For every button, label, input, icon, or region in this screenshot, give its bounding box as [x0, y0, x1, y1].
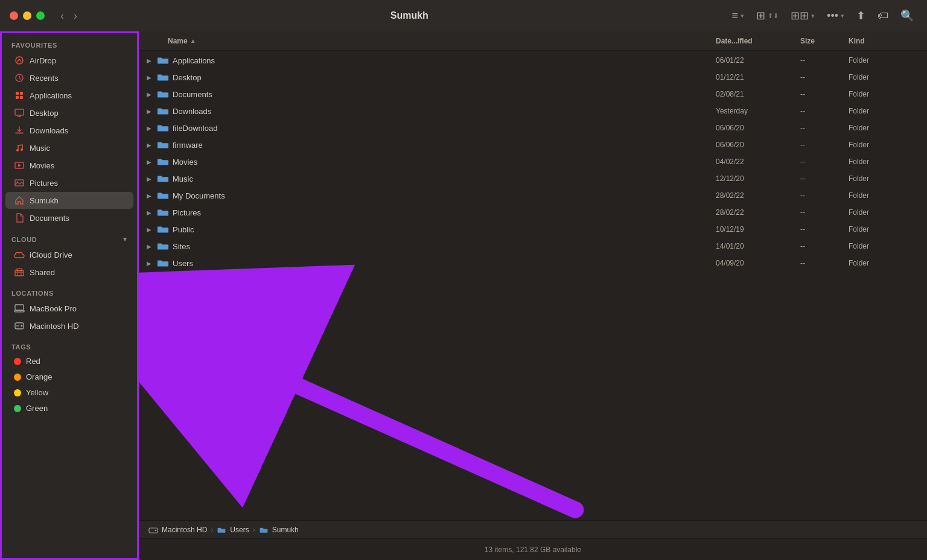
sidebar-item-red[interactable]: Red — [5, 354, 133, 369]
expand-button[interactable]: ▶ — [145, 158, 153, 166]
sidebar: Favourites AirDrop Recents — [0, 31, 139, 560]
breadcrumb-sumukh[interactable]: Sumukh — [259, 526, 299, 534]
file-name-cell: ▶ Downloads — [145, 106, 716, 116]
table-row[interactable]: ▶ Desktop 01/12/21 -- Folder — [139, 69, 927, 86]
file-name-cell: ▶ fileDownload — [145, 123, 716, 133]
sidebar-yellow-label: Yellow — [26, 388, 48, 397]
file-kind: Folder — [849, 124, 921, 132]
share-button[interactable]: ⬆ — [853, 7, 869, 25]
minimize-button[interactable] — [23, 11, 31, 20]
col-header-kind[interactable]: Kind — [849, 37, 921, 45]
expand-button[interactable]: ▶ — [145, 56, 153, 65]
svg-rect-3 — [20, 92, 23, 95]
sidebar-item-macbook[interactable]: MacBook Pro — [5, 300, 133, 317]
sidebar-item-icloud[interactable]: iCloud Drive — [5, 246, 133, 263]
table-row[interactable]: ▶ Downloads Yesterday -- Folder — [139, 103, 927, 119]
folder-icon — [157, 208, 169, 217]
window-title: Sumukh — [91, 10, 728, 21]
sidebar-item-music[interactable]: Music — [5, 139, 133, 156]
expand-button[interactable]: ▶ — [145, 259, 153, 267]
list-view-button[interactable]: ≡ ▾ — [728, 7, 748, 25]
file-size: -- — [800, 191, 849, 200]
section-locations: Locations — [2, 281, 137, 299]
titlebar: ‹ › Sumukh ≡ ▾ ⊞ ⬆⬇ ⊞⊞ ▾ ••• ▾ ⬆ 🏷 🔍 — [0, 0, 927, 31]
table-row[interactable]: ▶ Music 12/12/20 -- Folder — [139, 170, 927, 187]
icloud-icon — [14, 249, 25, 260]
file-name-cell: ▶ Pictures — [145, 208, 716, 217]
sidebar-item-documents[interactable]: Documents — [5, 209, 133, 226]
green-tag-dot — [14, 405, 21, 412]
sidebar-item-airdrop[interactable]: AirDrop — [5, 52, 133, 69]
table-row[interactable]: ▶ firmware 06/06/20 -- Folder — [139, 136, 927, 153]
folder-icon — [157, 191, 169, 200]
table-row[interactable]: ▶ Sites 14/01/20 -- Folder — [139, 238, 927, 255]
tag-button[interactable]: 🏷 — [874, 7, 892, 25]
nav-buttons: ‹ › — [57, 8, 81, 24]
sidebar-macintosh-label: Macintosh HD — [30, 322, 79, 331]
file-name-text: Movies — [173, 158, 197, 167]
back-button[interactable]: ‹ — [57, 8, 68, 24]
section-tags: Tags — [2, 335, 137, 353]
sidebar-item-yellow[interactable]: Yellow — [5, 385, 133, 400]
grid-view-button[interactable]: ⊞⊞ ▾ — [787, 7, 818, 25]
sidebar-item-sumukh[interactable]: Sumukh — [5, 192, 133, 209]
col-header-size[interactable]: Size — [800, 37, 849, 45]
table-row[interactable]: ▶ Movies 04/02/22 -- Folder — [139, 153, 927, 170]
expand-button[interactable]: ▶ — [145, 208, 153, 217]
table-row[interactable]: ▶ Pictures 28/02/22 -- Folder — [139, 204, 927, 221]
col-header-name[interactable]: Name ▲ — [145, 37, 716, 45]
col-header-date[interactable]: Date...ified — [716, 37, 800, 45]
disk-icon — [14, 320, 25, 331]
forward-button[interactable]: › — [70, 8, 81, 24]
sidebar-item-movies[interactable]: Movies — [5, 157, 133, 174]
sidebar-item-orange[interactable]: Orange — [5, 369, 133, 384]
close-button[interactable] — [10, 11, 18, 20]
sidebar-item-applications[interactable]: Applications — [5, 87, 133, 104]
table-row[interactable]: ▶ My Documents 28/02/22 -- Folder — [139, 187, 927, 204]
maximize-button[interactable] — [36, 11, 45, 20]
sidebar-item-shared[interactable]: Shared — [5, 264, 133, 281]
folder-icon — [157, 174, 169, 183]
svg-point-11 — [21, 148, 23, 151]
empty-row — [139, 272, 927, 288]
file-name-text: Users — [173, 259, 193, 268]
breadcrumb-macintosh[interactable]: Macintosh HD — [148, 526, 207, 534]
actions-button[interactable]: ••• ▾ — [823, 7, 848, 25]
expand-button[interactable]: ▶ — [145, 107, 153, 115]
breadcrumb-users[interactable]: Users — [217, 526, 249, 534]
home-icon — [14, 195, 25, 206]
file-size: -- — [800, 141, 849, 149]
file-date: 04/02/22 — [716, 158, 800, 166]
file-kind: Folder — [849, 259, 921, 267]
sidebar-item-macintosh[interactable]: Macintosh HD — [5, 317, 133, 334]
sidebar-item-downloads[interactable]: Downloads — [5, 122, 133, 139]
sidebar-orange-label: Orange — [26, 372, 52, 381]
expand-button[interactable]: ▶ — [145, 141, 153, 149]
sidebar-item-recents[interactable]: Recents — [5, 69, 133, 86]
table-row[interactable]: ▶ Users 04/09/20 -- Folder — [139, 255, 927, 272]
search-button[interactable]: 🔍 — [897, 7, 917, 25]
expand-button[interactable]: ▶ — [145, 90, 153, 98]
expand-button[interactable]: ▶ — [145, 225, 153, 234]
sidebar-sumukh-label: Sumukh — [30, 196, 59, 205]
expand-button[interactable]: ▶ — [145, 124, 153, 132]
breadcrumb-sumukh-label: Sumukh — [272, 526, 299, 534]
desktop-icon — [14, 107, 25, 118]
expand-button[interactable]: ▶ — [145, 191, 153, 200]
expand-button[interactable]: ▶ — [145, 174, 153, 183]
file-kind: Folder — [849, 174, 921, 183]
table-row[interactable]: ▶ Applications 06/01/22 -- Folder — [139, 52, 927, 69]
sidebar-item-pictures[interactable]: Pictures — [5, 174, 133, 191]
cloud-chevron-icon[interactable]: ▾ — [123, 235, 127, 243]
expand-button[interactable]: ▶ — [145, 242, 153, 250]
expand-button[interactable]: ▶ — [145, 73, 153, 81]
sidebar-item-green[interactable]: Green — [5, 401, 133, 416]
empty-row — [139, 305, 927, 322]
table-row[interactable]: ▶ Documents 02/08/21 -- Folder — [139, 86, 927, 103]
group-view-button[interactable]: ⊞ ⬆⬇ — [753, 7, 782, 25]
sidebar-item-desktop[interactable]: Desktop — [5, 104, 133, 121]
table-row[interactable]: ▶ fileDownload 06/06/20 -- Folder — [139, 119, 927, 136]
svg-rect-6 — [15, 109, 24, 115]
file-date: 12/12/20 — [716, 174, 800, 183]
table-row[interactable]: ▶ Public 10/12/19 -- Folder — [139, 221, 927, 238]
